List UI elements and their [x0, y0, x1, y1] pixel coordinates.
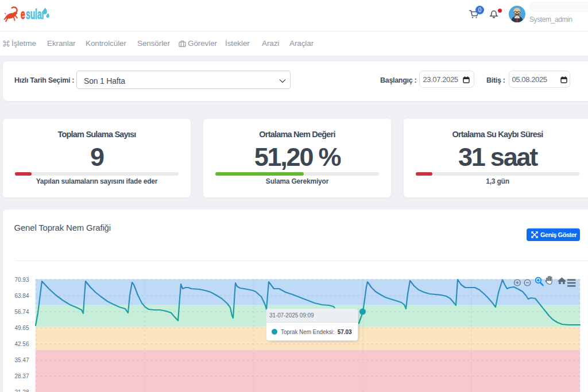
svg-text:sular: sular [26, 7, 45, 21]
svg-text:63.84: 63.84 [14, 293, 29, 299]
svg-text:56.74: 56.74 [14, 309, 29, 315]
svg-text:70.93: 70.93 [14, 277, 29, 283]
svg-text:35.47: 35.47 [14, 357, 29, 363]
svg-text:49.65: 49.65 [14, 325, 29, 331]
svg-text:42.56: 42.56 [14, 341, 29, 347]
svg-text:28.37: 28.37 [14, 373, 29, 379]
svg-text:e: e [21, 7, 25, 21]
svg-text:21.28: 21.28 [14, 389, 29, 392]
